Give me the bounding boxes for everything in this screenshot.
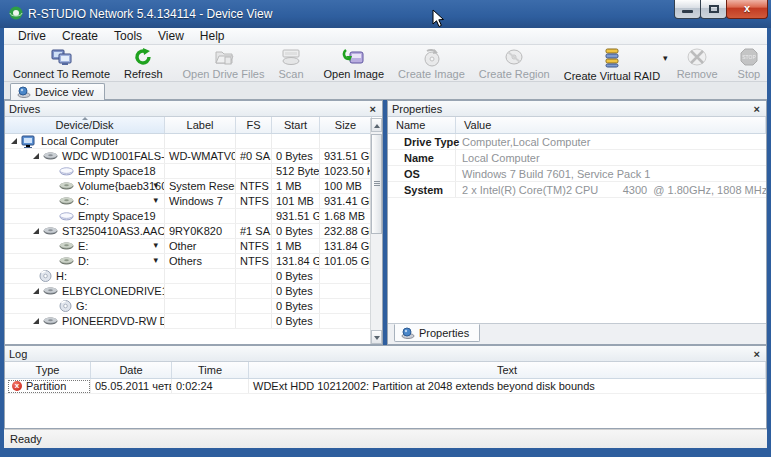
error-icon: x (12, 381, 22, 391)
row-dropdown-icon[interactable]: ▾ (153, 255, 158, 265)
expander-icon[interactable] (33, 228, 39, 234)
tree-row-pioneer-dvd[interactable]: PIONEERDVD-RW DVR-... 0 Bytes (5, 314, 372, 329)
create-virtual-raid-dropdown[interactable]: ▾ (663, 53, 668, 63)
app-logo-icon (8, 5, 24, 23)
close-button[interactable]: x (726, 0, 768, 19)
partition-icon (59, 257, 74, 266)
menu-view[interactable]: View (150, 28, 192, 44)
empty-space-icon (59, 212, 74, 221)
col-log-time[interactable]: Time (172, 362, 249, 378)
expander-icon[interactable] (33, 318, 39, 324)
maximize-button[interactable] (700, 0, 727, 19)
drives-panel: Drives × Device/Disk Label FS Start Size… (4, 100, 383, 345)
hdd-icon (43, 287, 58, 296)
row-dropdown-icon[interactable]: ▾ (153, 180, 158, 190)
properties-panel-title: Properties (392, 103, 752, 115)
scroll-up-icon[interactable] (371, 118, 382, 132)
drives-table-header: Device/Disk Label FS Start Size (5, 117, 372, 134)
connect-to-remote-button[interactable]: Connect To Remote (6, 45, 117, 81)
title-bar[interactable]: R-STUDIO Network 5.4.134114 - Device Vie… (0, 0, 771, 28)
col-start[interactable]: Start (272, 117, 320, 133)
log-row-partition-error[interactable]: x Partition 05.05.2011 четв... 0:02:24 W… (5, 379, 766, 394)
log-type-cell[interactable]: x Partition (8, 380, 90, 393)
tree-row-local-computer[interactable]: Local Computer (5, 134, 372, 149)
status-text: Ready (10, 433, 42, 445)
tree-row-d-drive[interactable]: D: ▾ Others NTFS 131.84 GB 101.05 GB (5, 254, 372, 269)
hdd-icon (43, 152, 58, 161)
view-tab-bar: Device view (4, 82, 767, 100)
minimize-button[interactable] (674, 0, 701, 19)
property-row-drive-type[interactable]: Drive Type Computer,Local Computer (388, 134, 766, 150)
app-window: R-STUDIO Network 5.4.134114 - Device Vie… (0, 0, 771, 457)
log-close-icon[interactable]: × (752, 348, 762, 360)
tree-row-st3250410-disk[interactable]: ST3250410AS3.AAC 9RY0K820 #1 SA... 0 Byt… (5, 224, 372, 239)
tree-row-volume-baeb3160[interactable]: Volume{baeb3160-.. ▾ System Reser... NTF… (5, 179, 372, 194)
properties-tab-icon (401, 327, 415, 339)
tree-row-c-drive[interactable]: C: ▾ Windows 7 NTFS 101 MB 931.41 GB (5, 194, 372, 209)
col-fs[interactable]: FS (236, 117, 272, 133)
col-size[interactable]: Size (320, 117, 372, 133)
device-view-icon (17, 86, 31, 98)
tab-properties[interactable]: Properties (394, 324, 480, 342)
toolbar-label: Create Image (398, 68, 465, 80)
col-log-type[interactable]: Type (5, 362, 91, 378)
col-device-disk[interactable]: Device/Disk (5, 117, 165, 133)
partition-icon (59, 197, 74, 206)
col-label[interactable]: Label (165, 117, 236, 133)
menu-tools[interactable]: Tools (106, 28, 150, 44)
maximize-icon (709, 5, 719, 13)
tree-row-empty-space-19[interactable]: Empty Space19 931.51 GB 1.68 MB (5, 209, 372, 224)
toolbar-label: Remove (677, 68, 718, 80)
row-dropdown-icon[interactable]: ▾ (153, 240, 158, 250)
col-log-date[interactable]: Date (91, 362, 172, 378)
col-prop-value[interactable]: Value (456, 117, 766, 133)
stop-icon: STOP (739, 47, 759, 67)
row-dropdown-icon[interactable]: ▾ (153, 195, 158, 205)
refresh-icon (133, 47, 153, 67)
menu-help[interactable]: Help (192, 28, 233, 44)
toolbar-label: Open Drive Files (183, 68, 265, 80)
tree-row-empty-space-18[interactable]: Empty Space18 512 Bytes 1023.50 KB (5, 164, 372, 179)
drives-scrollbar[interactable] (370, 118, 382, 344)
tree-row-g-drive[interactable]: G: 0 Bytes (5, 299, 372, 314)
scroll-down-icon[interactable] (371, 330, 382, 344)
property-row-os[interactable]: OS Windows 7 Build 7601, Service Pack 1 (388, 166, 766, 182)
drives-tree: Local Computer WDC WD1001FALS-00J... WD-… (5, 134, 372, 329)
tree-row-e-drive[interactable]: E: ▾ Other NTFS 1 MB 131.84 GB (5, 239, 372, 254)
col-prop-name[interactable]: Name (388, 117, 456, 133)
create-virtual-raid-button[interactable]: Create Virtual RAID (557, 45, 667, 81)
tree-row-wdc-disk[interactable]: WDC WD1001FALS-00J... WD-WMATV0... #0 SA… (5, 149, 372, 164)
hdd-icon (43, 317, 58, 326)
tree-row-h-drive[interactable]: H: 0 Bytes (5, 269, 372, 284)
expander-icon[interactable] (11, 138, 17, 144)
create-image-button: Create Image (391, 45, 472, 81)
tab-device-view[interactable]: Device view (10, 83, 105, 100)
drives-close-icon[interactable]: × (368, 103, 378, 115)
cd-icon (59, 300, 72, 312)
expander-icon[interactable] (33, 153, 39, 159)
menu-create[interactable]: Create (54, 28, 106, 44)
refresh-button[interactable]: Refresh (117, 45, 170, 81)
tree-row-elbyclonedrive[interactable]: ELBYCLONEDRIVE1.4 0 Bytes (5, 284, 372, 299)
property-row-system[interactable]: System 2 x Intel(R) Core(TM)2 CPU 4300 @… (388, 182, 766, 198)
tab-properties-label: Properties (419, 327, 469, 339)
toolbar-label: Refresh (124, 68, 163, 80)
stop-button: STOP Stop (731, 45, 768, 81)
log-table-header: Type Date Time Text (5, 362, 766, 379)
col-log-text[interactable]: Text (249, 362, 766, 378)
menu-bar: Drive Create Tools View Help (4, 28, 767, 45)
properties-panel-header: Properties × (388, 101, 766, 117)
open-drive-files-button: Open Drive Files (176, 45, 272, 81)
create-image-icon (419, 47, 443, 67)
create-virtual-raid-icon (602, 47, 622, 69)
expander-icon[interactable] (33, 288, 39, 294)
properties-panel: Properties × Name Value Drive Type Compu… (387, 100, 767, 345)
create-region-icon (503, 47, 525, 67)
window-title: R-STUDIO Network 5.4.134114 - Device Vie… (28, 7, 272, 21)
property-row-name[interactable]: Name Local Computer (388, 150, 766, 166)
menu-drive[interactable]: Drive (10, 28, 54, 44)
sort-asc-icon (82, 117, 88, 120)
open-image-button[interactable]: Open Image (317, 45, 392, 81)
properties-close-icon[interactable]: × (752, 103, 762, 115)
scrollbar-thumb[interactable] (371, 134, 382, 234)
